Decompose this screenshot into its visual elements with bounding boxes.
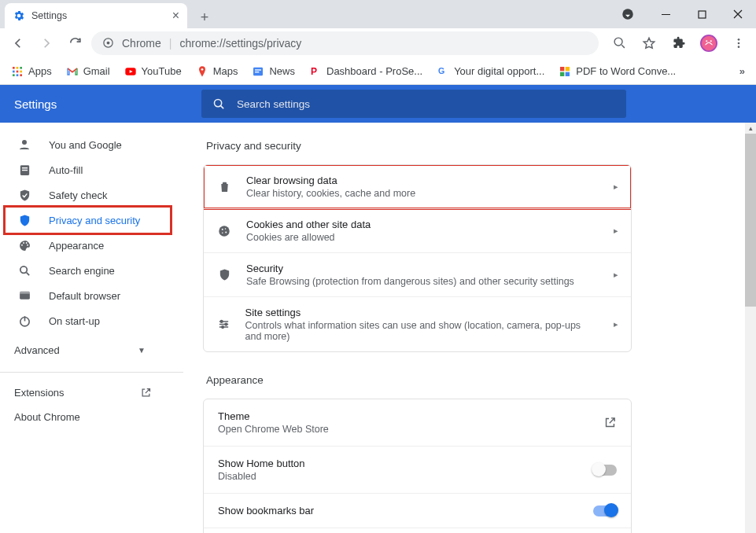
scrollbar-thumb[interactable]	[745, 134, 756, 307]
nav-advanced[interactable]: Advanced▼	[0, 333, 183, 367]
google-icon: G	[437, 65, 449, 78]
chevron-right-icon: ▸	[614, 319, 618, 329]
bookmark-label: YouTube	[142, 65, 182, 77]
shield-check-icon	[17, 188, 31, 202]
settings-search[interactable]: Search settings	[201, 90, 626, 118]
row-title: Cookies and other site data	[246, 219, 371, 230]
nav-default-browser[interactable]: Default browser	[0, 283, 183, 308]
about-label: About Chrome	[14, 411, 80, 423]
svg-rect-37	[21, 169, 27, 170]
svg-point-40	[25, 242, 27, 244]
row-title: Security	[246, 263, 574, 274]
nav-label: You and Google	[49, 139, 122, 151]
extensions-label: Extensions	[14, 387, 65, 399]
svg-point-42	[20, 266, 26, 273]
bookmark-pdf[interactable]: PDF to Word Conve...	[559, 65, 676, 78]
row-title: Show Home button	[218, 458, 305, 469]
bookmark-news[interactable]: News	[252, 65, 295, 78]
back-button[interactable]	[6, 31, 30, 55]
svg-point-12	[738, 46, 740, 48]
cookie-icon	[216, 224, 232, 238]
row-security[interactable]: SecuritySafe Browsing (protection from d…	[204, 252, 631, 296]
omnibox-url: chrome://settings/privacy	[179, 37, 301, 50]
svg-rect-1	[662, 14, 670, 15]
reload-button[interactable]	[63, 31, 87, 55]
nav-divider	[0, 372, 183, 373]
svg-rect-2	[699, 11, 706, 18]
bookmark-star-icon[interactable]	[638, 32, 660, 54]
nav-autofill[interactable]: Auto-fill	[0, 157, 183, 182]
window-titlebar: Settings × +	[0, 0, 756, 28]
nav-extensions[interactable]: Extensions	[0, 380, 183, 405]
svg-point-10	[738, 39, 740, 41]
nav-appearance[interactable]: Appearance	[0, 233, 183, 258]
svg-point-47	[222, 228, 223, 230]
row-subtitle: Safe Browsing (protection from dangerous…	[246, 276, 574, 287]
nav-label: On start-up	[49, 315, 100, 327]
person-icon	[17, 138, 31, 152]
toggle-show-home[interactable]	[593, 465, 617, 476]
nav-search-engine[interactable]: Search engine	[0, 258, 183, 283]
toggle-show-bookmarks[interactable]	[593, 505, 617, 516]
zoom-icon[interactable]	[608, 32, 630, 54]
row-theme[interactable]: ThemeOpen Chrome Web Store	[204, 399, 631, 446]
omnibox[interactable]: Chrome | chrome://settings/privacy	[91, 31, 599, 55]
bookmark-label: Dashboard - ProSe...	[326, 65, 422, 77]
svg-text:G: G	[438, 66, 444, 75]
row-show-home: Show Home buttonDisabled	[204, 446, 631, 493]
gmail-icon	[66, 65, 79, 78]
svg-rect-29	[560, 67, 564, 71]
nav-safety-check[interactable]: Safety check	[0, 182, 183, 208]
svg-point-53	[221, 326, 223, 329]
site-info-icon[interactable]	[102, 37, 114, 49]
row-subtitle: Cookies are allowed	[246, 232, 371, 243]
scrollbar-up-arrow[interactable]: ▴	[745, 123, 756, 134]
bookmark-gmail[interactable]: Gmail	[66, 65, 110, 78]
window-minimize-button[interactable]	[647, 2, 684, 26]
svg-point-5	[614, 38, 622, 46]
bookmark-maps[interactable]: Maps	[196, 65, 238, 78]
forward-button[interactable]	[35, 31, 58, 55]
row-show-bookmarks: Show bookmarks bar	[204, 493, 631, 527]
svg-point-50	[222, 232, 223, 233]
svg-rect-36	[21, 167, 27, 167]
row-clear-browsing-data[interactable]: Clear browsing dataClear history, cookie…	[204, 165, 631, 208]
profile-avatar[interactable]	[698, 32, 720, 54]
bookmarks-bar: Apps Gmail YouTube Maps News PDashboard …	[0, 58, 756, 85]
bookmark-label: Gmail	[83, 65, 110, 77]
search-placeholder: Search settings	[237, 98, 310, 110]
browser-tab[interactable]: Settings ×	[5, 3, 187, 28]
bookmark-dashboard[interactable]: PDashboard - ProSe...	[309, 65, 422, 78]
chrome-menu-button[interactable]	[728, 32, 750, 54]
nav-you-and-google[interactable]: You and Google	[0, 132, 183, 157]
bookmark-youtube[interactable]: YouTube	[124, 65, 182, 78]
bookmark-label: Your digital opport...	[454, 65, 544, 77]
nav-about-chrome[interactable]: About Chrome	[0, 405, 183, 429]
nav-privacy-security[interactable]: Privacy and security	[0, 208, 183, 233]
nav-on-startup[interactable]: On start-up	[0, 308, 183, 333]
chevron-right-icon: ▸	[614, 226, 618, 236]
row-subtitle: Controls what information sites can use …	[245, 320, 600, 342]
new-tab-button[interactable]: +	[194, 6, 216, 28]
svg-point-4	[107, 42, 110, 45]
close-tab-icon[interactable]: ×	[172, 9, 179, 23]
row-title: Show bookmarks bar	[218, 505, 314, 516]
svg-rect-19	[13, 74, 15, 76]
appearance-section-heading: Appearance	[206, 374, 632, 386]
appearance-card: ThemeOpen Chrome Web Store Show Home but…	[203, 399, 632, 533]
bookmark-digital[interactable]: GYour digital opport...	[437, 65, 544, 78]
window-maximize-button[interactable]	[684, 2, 720, 26]
extensions-icon[interactable]	[668, 32, 690, 54]
svg-point-49	[225, 231, 227, 233]
settings-header: Settings Search settings	[0, 85, 756, 123]
bookmarks-overflow-icon[interactable]: »	[739, 65, 745, 77]
window-close-button[interactable]	[720, 2, 756, 26]
svg-rect-26	[255, 72, 259, 72]
row-subtitle: Disabled	[218, 471, 305, 482]
nav-label: Privacy and security	[49, 215, 140, 226]
row-cookies[interactable]: Cookies and other site dataCookies are a…	[204, 208, 631, 252]
profile-indicator-icon[interactable]	[619, 6, 636, 23]
svg-rect-21	[20, 74, 22, 76]
row-site-settings[interactable]: Site settingsControls what information s…	[204, 296, 631, 351]
bookmark-apps[interactable]: Apps	[11, 65, 52, 78]
